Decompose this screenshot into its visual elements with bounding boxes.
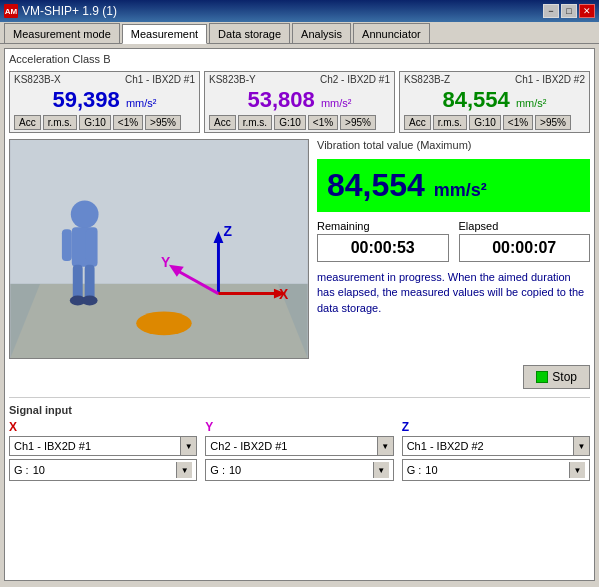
sensor-y-g10-btn[interactable]: G:10: [274, 115, 306, 130]
signal-input-title: Signal input: [9, 404, 590, 416]
remaining-box: Remaining 00:00:53: [317, 220, 449, 262]
tab-measurement[interactable]: Measurement: [122, 24, 207, 44]
stop-indicator: [536, 371, 548, 383]
signal-section: Signal input X Ch1 - IBX2D #1 ▼ G : 10 ▼…: [9, 397, 590, 481]
stop-btn-row: Stop: [9, 365, 590, 389]
signal-x-g-row[interactable]: G : 10 ▼: [9, 459, 197, 481]
close-button[interactable]: ✕: [579, 4, 595, 18]
svg-text:X: X: [279, 286, 289, 302]
signal-x-axis-label: X: [9, 420, 197, 434]
main-content: Acceleration Class B KS823B-X Ch1 - IBX2…: [4, 48, 595, 581]
signal-y-channel-dropdown[interactable]: ▼: [377, 437, 393, 455]
sensor-z-header: KS823B-Z Ch1 - IBX2D #2: [404, 74, 585, 85]
sensor-y-gt95-btn[interactable]: >95%: [340, 115, 376, 130]
svg-rect-9: [73, 265, 83, 301]
sensor-y-box: KS823B-Y Ch2 - IBX2D #1 53,808 mm/s² Acc…: [204, 71, 395, 133]
tab-analysis[interactable]: Analysis: [292, 23, 351, 43]
svg-text:Y: Y: [161, 254, 171, 270]
title-bar-left: AM VM-SHIP+ 1.9 (1): [4, 4, 117, 18]
svg-point-5: [71, 200, 99, 228]
maximize-button[interactable]: □: [561, 4, 577, 18]
section-title: Acceleration Class B: [9, 53, 590, 65]
signal-x-g-dropdown[interactable]: ▼: [176, 462, 192, 478]
signal-y-g-row[interactable]: G : 10 ▼: [205, 459, 393, 481]
app-icon: AM: [4, 4, 18, 18]
signal-y-group: Y Ch2 - IBX2D #1 ▼ G : 10 ▼: [205, 420, 393, 481]
stop-button-label: Stop: [552, 370, 577, 384]
sensor-x-box: KS823B-X Ch1 - IBX2D #1 59,398 mm/s² Acc…: [9, 71, 200, 133]
sensor-z-channel: Ch1 - IBX2D #2: [515, 74, 585, 85]
svg-rect-7: [62, 229, 72, 261]
remaining-label: Remaining: [317, 220, 449, 232]
sensor-x-acc-btn[interactable]: Acc: [14, 115, 41, 130]
tab-measurement-mode[interactable]: Measurement mode: [4, 23, 120, 43]
sensor-z-rms-btn[interactable]: r.m.s.: [433, 115, 467, 130]
signal-z-g-dropdown[interactable]: ▼: [569, 462, 585, 478]
sensor-z-id: KS823B-Z: [404, 74, 450, 85]
time-row: Remaining 00:00:53 Elapsed 00:00:07: [317, 220, 590, 262]
signal-x-channel-row[interactable]: Ch1 - IBX2D #1 ▼: [9, 436, 197, 456]
remaining-value: 00:00:53: [317, 234, 449, 262]
sensor-z-acc-btn[interactable]: Acc: [404, 115, 431, 130]
signal-x-channel-dropdown[interactable]: ▼: [180, 437, 196, 455]
sensor-x-channel: Ch1 - IBX2D #1: [125, 74, 195, 85]
sensor-z-box: KS823B-Z Ch1 - IBX2D #2 84,554 mm/s² Acc…: [399, 71, 590, 133]
signal-y-g-value: 10: [229, 464, 369, 476]
window-title: VM-SHIP+ 1.9 (1): [22, 4, 117, 18]
sensor-x-rms-btn[interactable]: r.m.s.: [43, 115, 77, 130]
sensor-z-value: 84,554 mm/s²: [404, 87, 585, 113]
svg-text:Z: Z: [223, 223, 232, 239]
vib-label: Vibration total value (Maximum): [317, 139, 590, 151]
sensor-z-gt95-btn[interactable]: >95%: [535, 115, 571, 130]
signal-x-g-value: 10: [33, 464, 173, 476]
sensor-x-g10-btn[interactable]: G:10: [79, 115, 111, 130]
window-controls: − □ ✕: [543, 4, 595, 18]
signal-z-group: Z Ch1 - IBX2D #2 ▼ G : 10 ▼: [402, 420, 590, 481]
message-text: measurement in progress. When the aimed …: [317, 270, 590, 316]
svg-point-12: [82, 296, 98, 306]
middle-section: Z Y X Vibration total value (Maximum) 84…: [9, 139, 590, 359]
info-panel: Vibration total value (Maximum) 84,554 m…: [317, 139, 590, 359]
sensor-y-value: 53,808 mm/s²: [209, 87, 390, 113]
sensor-row: KS823B-X Ch1 - IBX2D #1 59,398 mm/s² Acc…: [9, 71, 590, 133]
sensor-y-acc-btn[interactable]: Acc: [209, 115, 236, 130]
sensor-y-lt1-btn[interactable]: <1%: [308, 115, 338, 130]
signal-z-channel-dropdown[interactable]: ▼: [573, 437, 589, 455]
sensor-y-channel: Ch2 - IBX2D #1: [320, 74, 390, 85]
sensor-x-buttons: Acc r.m.s. G:10 <1% >95%: [14, 115, 195, 130]
sensor-y-rms-btn[interactable]: r.m.s.: [238, 115, 272, 130]
sensor-y-buttons: Acc r.m.s. G:10 <1% >95%: [209, 115, 390, 130]
vib-value: 84,554 mm/s²: [327, 167, 487, 204]
signal-z-g-value: 10: [425, 464, 565, 476]
signal-x-g-label: G :: [14, 464, 29, 476]
sensor-x-lt1-btn[interactable]: <1%: [113, 115, 143, 130]
svg-rect-3: [10, 140, 307, 284]
signal-y-g-dropdown[interactable]: ▼: [373, 462, 389, 478]
minimize-button[interactable]: −: [543, 4, 559, 18]
figure-panel: Z Y X: [9, 139, 309, 359]
sensor-y-id: KS823B-Y: [209, 74, 256, 85]
signal-z-channel-row[interactable]: Ch1 - IBX2D #2 ▼: [402, 436, 590, 456]
tab-data-storage[interactable]: Data storage: [209, 23, 290, 43]
signal-z-axis-label: Z: [402, 420, 590, 434]
title-bar: AM VM-SHIP+ 1.9 (1) − □ ✕: [0, 0, 599, 22]
sensor-x-value: 59,398 mm/s²: [14, 87, 195, 113]
signal-y-axis-label: Y: [205, 420, 393, 434]
stop-button[interactable]: Stop: [523, 365, 590, 389]
sensor-x-header: KS823B-X Ch1 - IBX2D #1: [14, 74, 195, 85]
svg-rect-10: [85, 265, 95, 301]
signal-y-g-label: G :: [210, 464, 225, 476]
elapsed-label: Elapsed: [459, 220, 591, 232]
menu-bar: Measurement mode Measurement Data storag…: [0, 22, 599, 44]
signal-y-channel-row[interactable]: Ch2 - IBX2D #1 ▼: [205, 436, 393, 456]
signal-z-g-row[interactable]: G : 10 ▼: [402, 459, 590, 481]
sensor-x-gt95-btn[interactable]: >95%: [145, 115, 181, 130]
signal-inputs: X Ch1 - IBX2D #1 ▼ G : 10 ▼ Y Ch2 - IBX2…: [9, 420, 590, 481]
tab-annunciator[interactable]: Annunciator: [353, 23, 430, 43]
sensor-x-id: KS823B-X: [14, 74, 61, 85]
signal-y-channel-text: Ch2 - IBX2D #1: [206, 438, 376, 454]
svg-rect-8: [86, 229, 96, 261]
sensor-z-g10-btn[interactable]: G:10: [469, 115, 501, 130]
sensor-z-lt1-btn[interactable]: <1%: [503, 115, 533, 130]
sensor-z-buttons: Acc r.m.s. G:10 <1% >95%: [404, 115, 585, 130]
